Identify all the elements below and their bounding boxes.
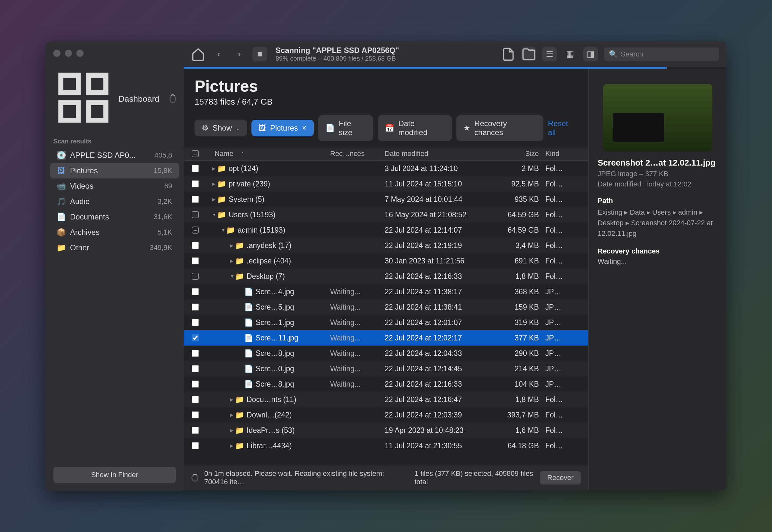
file-row[interactable]: 📄Scre…4.jpg Waiting... 22 Jul 2024 at 11… <box>184 284 588 299</box>
folder-row[interactable]: ▶📁System (5) 7 May 2024 at 10:01:44 935 … <box>184 192 588 207</box>
folder-row[interactable]: ▶📁Librar…4434) 11 Jul 2024 at 21:30:55 6… <box>184 438 588 453</box>
folder-icon: 📁 <box>227 226 235 234</box>
row-checkbox[interactable] <box>192 196 199 203</box>
folder-row[interactable]: ▶📁Downl…(242) 22 Jul 2024 at 12:03:39 39… <box>184 407 588 423</box>
folder-row[interactable]: ▶📁.eclipse (404) 30 Jan 2023 at 11:21:56… <box>184 253 588 269</box>
svg-rect-1 <box>88 75 106 93</box>
row-checkbox[interactable] <box>192 334 199 341</box>
recover-button[interactable]: Recover <box>540 471 581 485</box>
recovery-filter[interactable]: ★ Recovery chances <box>456 115 543 141</box>
col-kind[interactable]: Kind <box>545 150 564 158</box>
col-size[interactable]: Size <box>494 150 545 158</box>
minimize-dot[interactable] <box>65 50 72 57</box>
folder-row[interactable]: ▶📁IdeaPr…s (53) 19 Apr 2023 at 10:48:23 … <box>184 423 588 438</box>
folder-row[interactable]: ▶📁private (239) 11 Jul 2024 at 15:15:10 … <box>184 176 588 192</box>
row-checkbox[interactable] <box>192 288 199 295</box>
sidebar-item-applessdap[interactable]: 💽APPLE SSD AP0...405,8 <box>50 148 179 163</box>
row-checkbox[interactable] <box>192 365 199 372</box>
folder-row[interactable]: ▶📁opt (124) 3 Jul 2024 at 11:24:10 2 MB … <box>184 161 588 176</box>
sidebar-item-archives[interactable]: 📦Archives5,1K <box>50 225 179 240</box>
sidebar-item-pictures[interactable]: 🖼Pictures15,8K <box>50 163 179 178</box>
folder-row[interactable]: ▶📁Docu…nts (11) 22 Jul 2024 at 12:16:47 … <box>184 392 588 407</box>
dashboard-link[interactable]: Dashboard <box>46 64 184 138</box>
row-checkbox[interactable] <box>192 319 199 326</box>
column-headers: – Name ⌄ Rec…nces Date modified Size Kin… <box>184 147 588 161</box>
row-checkbox[interactable] <box>192 304 199 311</box>
file-icon: 📄 <box>245 349 253 357</box>
row-checkbox[interactable]: – <box>192 211 199 218</box>
show-in-finder-button[interactable]: Show in Finder <box>53 467 176 483</box>
detail-date: Date modified Today at 12:02 <box>598 180 717 188</box>
file-row[interactable]: 📄Scre…5.jpg Waiting... 22 Jul 2024 at 11… <box>184 299 588 315</box>
forward-button[interactable]: › <box>232 47 247 61</box>
sidebar-item-audio[interactable]: 🎵Audio3,2K <box>50 194 179 209</box>
recovery-heading: Recovery chances <box>598 247 717 255</box>
folder-icon: 📁 <box>218 195 226 203</box>
file-row[interactable]: 📄Scre…8.jpg Waiting... 22 Jul 2024 at 12… <box>184 376 588 392</box>
zoom-dot[interactable] <box>76 50 83 57</box>
show-filter[interactable]: ⚙ Show ⌄ <box>195 120 247 136</box>
sidebar-item-videos[interactable]: 📹Videos69 <box>50 178 179 194</box>
file-icon: 📄 <box>245 303 253 311</box>
row-checkbox[interactable] <box>192 442 199 449</box>
col-recovery[interactable]: Rec…nces <box>330 150 385 158</box>
folder-button[interactable] <box>521 47 536 61</box>
row-checkbox[interactable] <box>192 257 199 264</box>
filter-bar: ⚙ Show ⌄ 🖼 Pictures ✕ 📄 File size 📅 <box>184 111 588 147</box>
file-row[interactable]: 📄Scre…1.jpg Waiting... 22 Jul 2024 at 12… <box>184 315 588 330</box>
list-view-button[interactable]: ☰ <box>542 47 557 61</box>
row-checkbox[interactable] <box>192 242 199 249</box>
sidebar-icon: 💽 <box>57 151 65 159</box>
svg-rect-3 <box>88 103 106 120</box>
file-icon: 📄 <box>245 319 253 326</box>
sidebar-icon: 📹 <box>57 182 65 190</box>
sidebar-item-other[interactable]: 📁Other349,9K <box>50 240 179 255</box>
file-row[interactable]: 📄Scre…11.jpg Waiting... 22 Jul 2024 at 1… <box>184 330 588 346</box>
detail-meta: JPEG image – 377 KB <box>598 170 717 178</box>
row-checkbox[interactable] <box>192 381 199 388</box>
search-input[interactable]: 🔍 Search <box>604 47 719 61</box>
close-dot[interactable] <box>53 50 60 57</box>
home-button[interactable] <box>191 47 206 61</box>
scan-title: Scanning "APPLE SSD AP0256Q" <box>276 46 399 55</box>
scan-status: Scanning "APPLE SSD AP0256Q" 89% complet… <box>273 46 399 62</box>
file-row[interactable]: 📄Scre…8.jpg Waiting... 22 Jul 2024 at 12… <box>184 346 588 361</box>
row-checkbox[interactable] <box>192 411 199 418</box>
close-icon[interactable]: ✕ <box>302 124 307 132</box>
row-checkbox[interactable] <box>192 165 199 172</box>
toolbar: ‹ › ■ Scanning "APPLE SSD AP0256Q" 89% c… <box>184 41 726 67</box>
folder-row[interactable]: ▶📁.anydesk (17) 22 Jul 2024 at 12:19:19 … <box>184 238 588 253</box>
folder-row[interactable]: – ▼📁Desktop (7) 22 Jul 2024 at 12:16:33 … <box>184 269 588 284</box>
search-placeholder: Search <box>621 50 643 58</box>
row-checkbox[interactable]: – <box>192 273 199 280</box>
row-checkbox[interactable]: – <box>192 227 199 234</box>
back-button[interactable]: ‹ <box>211 47 226 61</box>
col-name[interactable]: Name ⌄ <box>215 150 330 158</box>
chevron-down-icon: ⌄ <box>236 125 240 131</box>
folder-row[interactable]: – ▼📁Users (15193) 16 May 2024 at 21:08:5… <box>184 207 588 222</box>
folder-icon: 📁 <box>236 426 244 434</box>
row-checkbox[interactable] <box>192 180 199 187</box>
sidebar-item-documents[interactable]: 📄Documents31,6K <box>50 209 179 225</box>
stop-button[interactable]: ■ <box>253 47 267 61</box>
app-window: Dashboard Scan results 💽APPLE SSD AP0...… <box>46 41 726 491</box>
pictures-filter[interactable]: 🖼 Pictures ✕ <box>252 120 314 136</box>
panel-toggle-button[interactable]: ◨ <box>583 47 598 61</box>
col-date[interactable]: Date modified <box>385 150 494 158</box>
details-panel: Screenshot 2…at 12.02.11.jpg JPEG image … <box>588 69 726 491</box>
file-row[interactable]: 📄Scre…0.jpg Waiting... 22 Jul 2024 at 12… <box>184 361 588 376</box>
reset-all-link[interactable]: Reset all <box>548 119 577 137</box>
folder-icon: 📁 <box>236 257 244 265</box>
row-checkbox[interactable] <box>192 396 199 403</box>
row-checkbox[interactable] <box>192 427 199 434</box>
grid-view-button[interactable]: ▦ <box>562 47 577 61</box>
folder-row[interactable]: – ▼📁admin (15193) 22 Jul 2024 at 12:14:0… <box>184 222 588 238</box>
row-checkbox[interactable] <box>192 350 199 357</box>
calendar-icon: 📅 <box>385 124 394 133</box>
search-icon: 🔍 <box>609 50 618 58</box>
select-all-checkbox[interactable]: – <box>192 150 199 157</box>
file-button[interactable] <box>501 47 516 61</box>
date-filter[interactable]: 📅 Date modified <box>378 115 452 141</box>
recovery-value: Waiting... <box>598 257 717 266</box>
filesize-filter[interactable]: 📄 File size <box>318 115 373 141</box>
